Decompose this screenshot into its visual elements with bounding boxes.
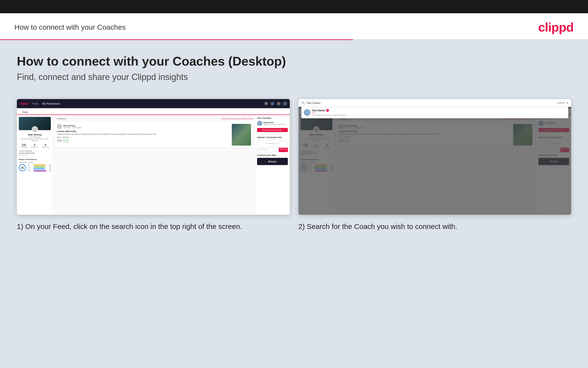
profile-column: Blair McHarg Plus Handicap Royal North D… [17,115,53,215]
search-icon[interactable]: 🔍 [264,102,268,106]
app-mockup-left: clippd Home My Performance 🔍 👤 ⚙ 👤 Feed [17,99,290,215]
profile-header-image [19,117,51,130]
search-results: Dan Davies ✓ Pro Sunningdale Golf Club, … [301,107,569,118]
page-title: How to connect with your Coaches [14,23,126,31]
stat-activities: 131 Activities [21,143,27,148]
following-bar: Following ▾ Control who can see your act… [55,117,253,120]
score-circle: 92 [19,164,26,171]
app-screenshot-left: clippd Home My Performance 🔍 👤 ⚙ 👤 Feed [17,99,290,215]
step-2-text: 2) Search for the Coach you wish to conn… [298,221,571,232]
latest-activity: Latest Activity Lesson with Fordy 03 Aug… [19,150,51,156]
coach-item: David Ford Royal North Devon Golf Club [257,121,288,126]
trackman-row: Trackman Link Add Link [257,148,288,152]
result-club: Sunningdale Golf Club, United Kingdom [312,114,566,116]
lesson-card: Blair McHarg Yesterday · Sunningdale Les… [55,122,253,147]
coach-avatar [257,121,262,126]
step-1-text: 1) On your Feed, click on the search ico… [17,221,290,232]
coaches-title: Your Coaches [257,117,288,119]
following-button[interactable]: Following ▾ [55,117,68,120]
search-icon: 🔍 [301,101,305,105]
result-type: Pro [312,112,566,114]
main-content: How to connect with your Coaches (Deskto… [0,40,588,368]
avatar [32,126,38,133]
app-body: Blair McHarg Plus Handicap Royal North D… [17,115,290,215]
coaches-column: Your Coaches David Ford Royal North Devo… [255,115,290,215]
lesson-image [232,124,251,146]
control-link[interactable]: Control who can see your activity and da… [221,118,253,120]
ott-button: OTT [57,139,62,142]
app-nav: clippd Home My Performance 🔍 👤 ⚙ 👤 [17,99,290,108]
manage-coaches-button[interactable]: Manage Your Coaches [257,128,288,132]
coach-club: Royal North Devon Golf Club [263,124,285,125]
search-overlay: 🔍 Dan Davies CLEAR × Dan Davies [298,99,571,215]
app-screenshot-right: clippd Home My Performance 🔍 👤 ⚙ 👤 [298,99,571,215]
upload-title: Upload a Trackman Test [257,136,288,138]
screenshots-row: clippd Home My Performance 🔍 👤 ⚙ 👤 Feed [17,99,571,232]
lesson-date: Yesterday · Sunningdale [63,127,82,129]
screenshot-panel-left: clippd Home My Performance 🔍 👤 ⚙ 👤 Feed [17,99,290,232]
app-nav-logo: clippd [20,102,28,105]
lesson-title: Lesson with Fordy [57,130,230,133]
screenshot-panel-right: clippd Home My Performance 🔍 👤 ⚙ 👤 [298,99,571,232]
header: How to connect with your Coaches clippd [0,13,588,39]
avatar-icon[interactable]: 👤 [283,102,287,106]
player-performance: Player Performance Total Player Quality … [19,158,51,172]
arccos-card: Arccos [257,158,288,165]
add-link-button[interactable]: Add Link [279,148,288,152]
lesson-description: Looking to feel like my hands are exitin… [57,133,230,135]
clear-button[interactable]: CLEAR [557,102,564,104]
trackman-placeholder: Trackman Link [257,140,288,147]
app-mockup-right: clippd Home My Performance 🔍 👤 ⚙ 👤 [298,99,571,215]
user-icon[interactable]: 👤 [271,102,274,106]
profile-location: Royal North Devon Golf Club, United King… [19,138,51,141]
stat-followers: 3 Followers [31,143,38,148]
profile-info: Blair McHarg Plus Handicap Royal North D… [19,134,51,141]
section-subtitle: Find, connect and share your Clippd insi… [17,72,571,82]
settings-icon[interactable]: ⚙ [277,102,281,106]
search-bar: 🔍 Dan Davies CLEAR × [298,99,571,107]
top-bar [0,0,588,13]
coach-name: David Ford [263,121,285,124]
clippd-logo: clippd [538,20,574,35]
trackman-input[interactable]: Trackman Link [257,148,278,152]
nav-item-performance: My Performance [42,102,60,105]
bar-app: APP 85 [27,166,51,168]
nav-item-home: Home [32,102,38,105]
section-divider [257,134,288,134]
app-tabs: Feed [17,108,290,115]
lesson-coach-avatar [57,124,62,129]
bar-putt: PUTT 96 [27,170,51,172]
main-feed: Following ▾ Control who can see your act… [53,115,255,215]
feed-tab[interactable]: Feed [20,110,30,115]
lesson-duration: 01 hr : 30 min [57,136,230,138]
result-info: Dan Davies ✓ Pro Sunningdale Golf Club, … [312,109,566,116]
app-button: APP [63,139,69,142]
lesson-buttons: OTT APP [57,139,230,142]
result-name: Dan Davies ✓ [312,109,566,112]
nav-icons: 🔍 👤 ⚙ 👤 [264,102,287,106]
verified-badge: ✓ [326,109,329,112]
lesson-coach-name: Blair McHarg [63,125,82,127]
search-result-item[interactable]: Dan Davies ✓ Pro Sunningdale Golf Club, … [301,107,569,118]
stat-following: 4 Following [42,143,49,148]
bar-ott: OTT 90 [27,164,51,166]
search-input[interactable]: Dan Davies [307,101,555,104]
profile-handicap: Plus Handicap [19,136,51,138]
profile-stats: 131 Activities 3 Followers 4 Following [19,143,51,148]
result-avatar [304,109,310,116]
section-title: How to connect with your Coaches (Deskto… [17,55,571,68]
bar-arg: ARG 86 [27,168,51,170]
close-button[interactable]: × [566,101,568,105]
connect-title: Connect your data [257,154,288,156]
profile-name: Blair McHarg [19,134,51,136]
